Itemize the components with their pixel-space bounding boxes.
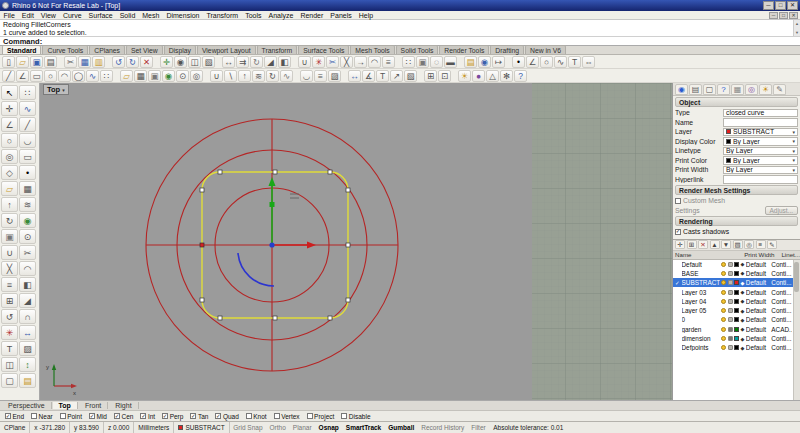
osnap-end[interactable]: ✓End: [5, 413, 24, 420]
layer-print-width[interactable]: Default: [746, 289, 770, 296]
layer-row-dimension[interactable]: dimension◆DefaultConti...: [673, 334, 800, 343]
extrude-icon[interactable]: ↑: [238, 70, 251, 82]
viewport-menu-caret-icon[interactable]: ▾: [62, 87, 65, 93]
revolve-icon[interactable]: ↻: [266, 70, 279, 82]
casts-shadows-checkbox[interactable]: ✓: [675, 229, 681, 235]
menu-mesh[interactable]: Mesh: [139, 12, 163, 19]
layer-linetype[interactable]: Conti...: [771, 316, 792, 323]
render-preview-icon[interactable]: ●: [472, 70, 485, 82]
layer-color-swatch[interactable]: [734, 262, 739, 267]
pan-tool-icon[interactable]: ↕: [19, 357, 36, 372]
layer-linetype[interactable]: Conti...: [771, 279, 792, 286]
revolve-tool-icon[interactable]: ↻: [1, 213, 18, 228]
minimize-button[interactable]: ─: [769, 12, 778, 19]
move-layer-down-icon[interactable]: ▼: [721, 240, 731, 249]
osnap-tan[interactable]: ✓Tan: [190, 413, 208, 420]
sun-tab-icon[interactable]: ☀: [759, 84, 772, 95]
surface-corner-icon[interactable]: ▦: [134, 70, 147, 82]
libraries-tab-icon[interactable]: ▦: [731, 84, 744, 95]
toolbar-tab-surface-tools[interactable]: Surface Tools: [298, 45, 349, 54]
explode-tool-icon[interactable]: ✳: [1, 325, 18, 340]
group-2-icon[interactable]: ⊡: [438, 70, 451, 82]
offset-tool-icon[interactable]: ≡: [1, 277, 18, 292]
loft-tool-icon[interactable]: ≋: [19, 197, 36, 212]
status-toggle-gumball[interactable]: Gumball: [385, 424, 418, 431]
sphere-icon[interactable]: ◉: [162, 70, 175, 82]
circle-2-icon[interactable]: ○: [44, 70, 57, 82]
layer-print-width[interactable]: Default: [746, 307, 770, 314]
layer-lock-icon[interactable]: [728, 336, 733, 341]
text-icon[interactable]: T: [568, 56, 581, 68]
object-properties-icon[interactable]: ◉: [478, 56, 491, 68]
menu-view[interactable]: View: [37, 12, 59, 19]
line-icon[interactable]: ╱: [2, 70, 15, 82]
toolbar-tab-cplanes[interactable]: CPlanes: [89, 45, 125, 54]
layer-color-swatch[interactable]: [734, 280, 739, 285]
undo-icon[interactable]: ↺: [112, 56, 125, 68]
current-layer-check[interactable]: ✓: [675, 280, 680, 286]
layer-print-width[interactable]: Default: [746, 335, 770, 342]
layer-color-swatch[interactable]: [734, 308, 739, 313]
status-toggle-smarttrack[interactable]: SmartTrack: [342, 424, 384, 431]
property-value-display-color[interactable]: By Layer▾: [723, 137, 798, 146]
layer-lock-icon[interactable]: [728, 280, 733, 285]
property-value-linetype[interactable]: By Layer▾: [723, 147, 798, 156]
osnap-checkbox[interactable]: ✓: [114, 413, 120, 419]
osnap-perp[interactable]: ✓Perp: [162, 413, 183, 420]
dim-angle-icon[interactable]: ∡: [362, 70, 375, 82]
array-tool-icon[interactable]: ⊞: [1, 293, 18, 308]
layer-visibility-icon[interactable]: [721, 290, 726, 295]
toolbar-tab-set-view[interactable]: Set View: [126, 45, 163, 54]
menu-curve[interactable]: Curve: [59, 12, 85, 19]
viewport-title[interactable]: Top ▾: [43, 84, 69, 95]
layer-material-icon[interactable]: ◆: [741, 261, 745, 267]
distance-icon[interactable]: ↦: [492, 56, 505, 68]
layer-tool-icon[interactable]: ▤: [19, 373, 36, 388]
layer-lock-icon[interactable]: [728, 308, 733, 313]
layer-row-defpoints[interactable]: Defpoints◆DefaultConti...: [673, 343, 800, 352]
save-icon[interactable]: ▣: [30, 56, 43, 68]
extrude-tool-icon[interactable]: ↑: [1, 197, 18, 212]
polygon-tool-icon[interactable]: ◇: [1, 165, 18, 180]
title-bar[interactable]: Rhino 6 Not For Resale Lab - [Top] ─□✕: [0, 0, 800, 11]
layer-tools-icon[interactable]: ✎: [767, 240, 777, 249]
layer-name[interactable]: Default: [682, 261, 720, 268]
move-icon[interactable]: ↔: [222, 56, 235, 68]
property-value-print-color[interactable]: By Layer▾: [723, 156, 798, 165]
scrollbar-thumb[interactable]: [794, 262, 799, 292]
viewport-canvas[interactable]: x y: [40, 83, 672, 400]
layer-row-0[interactable]: 0◆DefaultConti...: [673, 315, 800, 324]
adjust-button[interactable]: Adjust...: [765, 206, 798, 215]
layer-row-layer-04[interactable]: Layer 04◆DefaultConti...: [673, 297, 800, 306]
fillet-tool-icon[interactable]: ◠: [19, 261, 36, 276]
delete-icon[interactable]: ✕: [140, 56, 153, 68]
property-value-layer[interactable]: SUBSTRACT▾: [723, 128, 798, 137]
layer-linetype[interactable]: Conti...: [771, 335, 792, 342]
circle-icon[interactable]: ○: [540, 56, 553, 68]
layers-column-linet-[interactable]: Linet...: [781, 251, 800, 258]
menu-tools[interactable]: Tools: [242, 12, 265, 19]
close-button[interactable]: ✕: [789, 12, 798, 19]
layer-row-layer-03[interactable]: Layer 03◆DefaultConti...: [673, 287, 800, 296]
rectangle-tool-icon[interactable]: ▭: [19, 149, 36, 164]
layer-material-icon[interactable]: ◆: [741, 326, 745, 332]
block-insert-icon[interactable]: ⊞: [424, 70, 437, 82]
layer-lock-icon[interactable]: [728, 299, 733, 304]
hatch-icon[interactable]: ▧: [404, 70, 417, 82]
new-file-icon[interactable]: ▯: [2, 56, 15, 68]
layer-name[interactable]: Layer 04: [682, 298, 720, 305]
point-tool-icon[interactable]: •: [19, 165, 36, 180]
layer-color-swatch[interactable]: [734, 271, 739, 276]
toolbar-tab-solid-tools[interactable]: Solid Tools: [396, 45, 439, 54]
osnap-knot[interactable]: Knot: [246, 413, 267, 420]
fillet-icon[interactable]: ◠: [368, 56, 381, 68]
scroll-up-icon[interactable]: ▲: [795, 20, 799, 28]
lock-object-icon[interactable]: ▬: [444, 56, 457, 68]
viewport-tab-right[interactable]: Right: [109, 402, 138, 409]
layer-material-icon[interactable]: ◆: [741, 280, 745, 286]
text-2-icon[interactable]: T: [376, 70, 389, 82]
osnap-checkbox[interactable]: [274, 413, 280, 419]
cplane-selector[interactable]: CPlane: [0, 422, 30, 433]
status-toggle-record-history[interactable]: Record History: [418, 424, 468, 431]
current-layer-indicator[interactable]: SUBSTRACT: [174, 422, 229, 433]
